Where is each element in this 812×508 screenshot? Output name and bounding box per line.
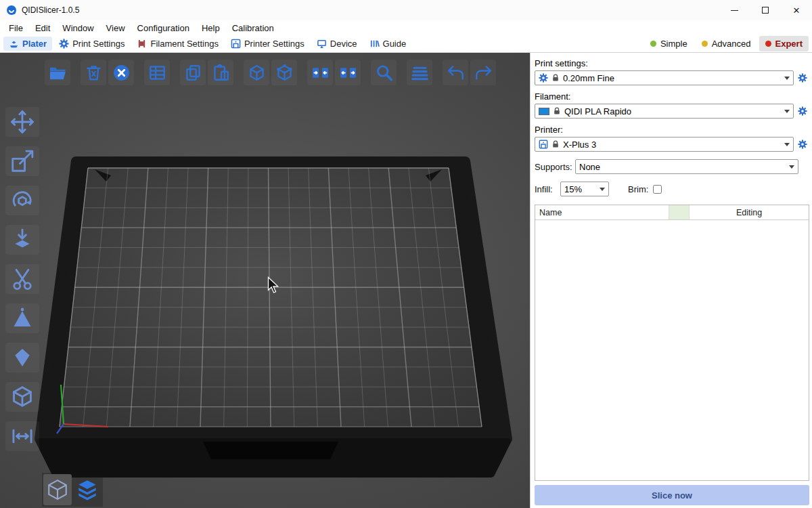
settings-sidebar: Print settings: 0.20mm Fine Filament: QI…	[530, 53, 812, 508]
delete-all-button[interactable]	[108, 60, 134, 85]
add-instance-icon	[247, 63, 267, 83]
tab-device[interactable]: Device	[311, 37, 363, 51]
app-icon	[6, 5, 17, 16]
chevron-down-icon	[600, 188, 605, 191]
copy-button[interactable]	[180, 60, 206, 85]
rotate-icon	[9, 188, 35, 213]
menu-help[interactable]: Help	[196, 22, 226, 35]
mode-selector: Simple Advanced Expert	[644, 35, 809, 52]
place-on-face-button[interactable]	[5, 225, 39, 255]
3d-editor-view-button[interactable]	[43, 474, 72, 505]
seam-button[interactable]	[5, 343, 39, 373]
mouse-cursor	[267, 276, 279, 294]
mode-expert[interactable]: Expert	[759, 36, 809, 51]
paste-icon	[211, 63, 231, 83]
advanced-mode-dot-icon	[702, 41, 708, 47]
print-settings-combo[interactable]: 0.20mm Fine	[535, 70, 794, 85]
move-icon	[9, 109, 35, 135]
paste-button[interactable]	[208, 60, 233, 85]
redo-button[interactable]	[470, 60, 496, 85]
filament-color-swatch	[539, 108, 549, 115]
split-to-parts-button[interactable]	[271, 60, 297, 85]
expert-mode-dot-icon	[765, 41, 771, 47]
open-folder-icon	[48, 63, 68, 83]
arrange-button[interactable]	[144, 60, 170, 85]
printer-combo[interactable]: X-Plus 3	[535, 137, 794, 152]
plater-icon	[9, 39, 19, 49]
tab-filament-settings[interactable]: Filament Settings	[131, 37, 223, 51]
fill-bed-button[interactable]	[307, 60, 333, 85]
split-objects-button[interactable]	[335, 60, 361, 85]
add-instance-button[interactable]	[244, 60, 269, 85]
object-list-body[interactable]	[535, 220, 809, 480]
variable-layer-height-icon	[410, 63, 430, 83]
close-button[interactable]: ✕	[781, 0, 812, 20]
tab-guide[interactable]: Guide	[364, 37, 412, 51]
gear-icon	[798, 140, 807, 149]
copy-icon	[183, 63, 203, 83]
paint-support-icon	[9, 305, 35, 331]
tab-printer-settings[interactable]: Printer Settings	[225, 37, 310, 51]
column-extruder	[669, 205, 690, 219]
infill-label: Infill:	[535, 184, 560, 194]
tab-print-settings[interactable]: Print Settings	[53, 37, 130, 51]
printer-settings-icon	[231, 39, 241, 49]
brim-checkbox[interactable]	[653, 185, 662, 194]
infill-combo[interactable]: 15%	[560, 182, 609, 196]
gear-icon	[798, 106, 807, 116]
menu-window[interactable]: Window	[56, 22, 99, 35]
mode-simple[interactable]: Simple	[644, 36, 694, 51]
spacing-icon	[9, 423, 35, 449]
fill-bed-icon	[311, 63, 330, 83]
cut-button[interactable]	[5, 264, 39, 294]
spacing-button[interactable]	[5, 421, 39, 451]
delete-button[interactable]	[81, 60, 106, 85]
chevron-down-icon	[784, 110, 790, 113]
minimize-button[interactable]	[719, 0, 750, 20]
paint-support-button[interactable]	[5, 303, 39, 333]
lock-icon	[553, 107, 561, 115]
chevron-down-icon	[789, 165, 794, 169]
print-settings-gear-button[interactable]	[796, 70, 809, 85]
split-objects-icon	[338, 63, 358, 83]
delete-icon	[84, 63, 104, 83]
slice-now-button[interactable]: Slice now	[535, 485, 809, 505]
search-button[interactable]	[371, 60, 397, 85]
menu-calibration[interactable]: Calibration	[226, 22, 280, 35]
printer-gear-button[interactable]	[796, 137, 809, 152]
chevron-down-icon	[784, 77, 790, 80]
scale-button[interactable]	[5, 146, 39, 176]
gear-icon	[798, 73, 807, 83]
filament-combo[interactable]: QIDI PLA Rapido	[535, 104, 794, 119]
device-icon	[317, 39, 327, 49]
open-button[interactable]	[45, 60, 70, 85]
brim-label: Brim:	[628, 184, 648, 194]
measure-icon	[9, 384, 35, 410]
variable-layer-height-button[interactable]	[407, 60, 432, 85]
sliced-layers-icon	[76, 478, 99, 501]
3d-view-cube-icon	[46, 478, 69, 501]
supports-combo[interactable]: None	[575, 159, 798, 174]
mode-advanced[interactable]: Advanced	[696, 36, 757, 51]
move-button[interactable]	[5, 107, 39, 137]
undo-button[interactable]	[443, 60, 468, 85]
tab-plater[interactable]: Plater	[3, 37, 52, 51]
menu-view[interactable]: View	[100, 22, 131, 35]
rotate-button[interactable]	[5, 186, 39, 215]
filament-gear-button[interactable]	[796, 104, 809, 119]
menu-file[interactable]: File	[3, 22, 29, 35]
print-settings-icon	[59, 39, 69, 49]
maximize-button[interactable]	[750, 0, 781, 20]
arrange-icon	[148, 63, 167, 83]
filament-label: Filament:	[535, 91, 809, 102]
title-bar[interactable]: QIDISlicer-1.0.5 ✕	[0, 0, 812, 20]
chevron-down-icon	[784, 143, 790, 146]
3d-viewport[interactable]	[0, 53, 530, 508]
measure-button[interactable]	[5, 382, 39, 412]
print-bed	[0, 53, 530, 508]
plater-toolbar	[45, 60, 498, 85]
undo-icon	[446, 63, 466, 83]
preview-layers-view-button[interactable]	[73, 474, 102, 505]
menu-edit[interactable]: Edit	[29, 22, 56, 35]
menu-configuration[interactable]: Configuration	[131, 22, 196, 35]
